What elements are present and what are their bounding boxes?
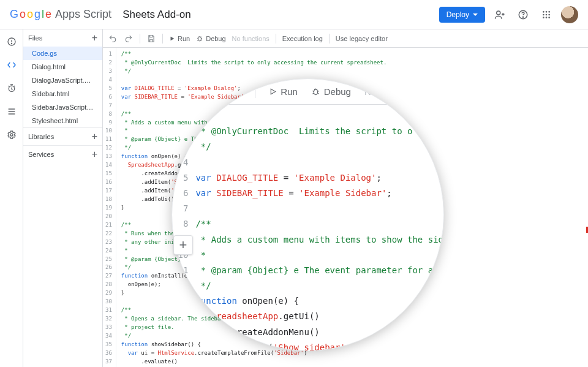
add-user-icon[interactable] (491, 6, 508, 23)
svg-point-16 (198, 37, 202, 41)
executions-icon[interactable] (4, 104, 19, 119)
file-item[interactable]: DialogJavaScript.html (23, 74, 102, 87)
logo-text: Apps Script (55, 8, 111, 21)
debug-button[interactable]: Debug (196, 35, 225, 42)
account-avatar[interactable] (561, 6, 578, 23)
svg-point-4 (546, 11, 548, 13)
svg-point-0 (497, 11, 500, 15)
file-explorer: Files + Code.gsDialog.htmlDialogJavaScri… (23, 29, 103, 367)
file-item[interactable]: Code.gs (23, 47, 102, 60)
project-title[interactable]: Sheets Add-on (123, 9, 191, 21)
floating-add-button[interactable]: + (173, 235, 193, 255)
libraries-section[interactable]: Libraries + (23, 127, 102, 145)
file-item[interactable]: Dialog.html (23, 60, 102, 74)
settings-rail-icon[interactable] (4, 127, 19, 142)
services-section[interactable]: Services + (23, 145, 102, 163)
run-button[interactable]: Run (169, 35, 190, 42)
file-item[interactable]: SidebarJavaScript.html (23, 100, 102, 114)
file-item[interactable]: Sidebar.html (23, 87, 102, 100)
services-label: Services (28, 151, 54, 158)
deploy-label: Deploy (447, 10, 469, 19)
left-rail (0, 29, 23, 367)
svg-point-11 (548, 17, 550, 18)
libraries-label: Libraries (28, 133, 54, 140)
help-icon[interactable] (514, 6, 532, 23)
save-icon[interactable] (146, 34, 156, 44)
deploy-button[interactable]: Deploy (439, 7, 485, 23)
svg-point-9 (543, 17, 545, 18)
apps-grid-icon[interactable] (538, 6, 555, 23)
files-header-label: Files (28, 34, 42, 42)
add-service-button[interactable]: + (92, 149, 97, 159)
svg-point-13 (11, 43, 12, 44)
redo-icon[interactable] (124, 34, 134, 44)
svg-point-2 (522, 17, 523, 17)
magnifier: Run Debug No fu 1 2 3 4 5 6 7 8 9 10 11 … (172, 78, 444, 351)
google-apps-script-logo: Google Apps Script (10, 8, 111, 21)
function-select[interactable]: No functions (232, 35, 270, 42)
files-header: Files + (23, 29, 102, 47)
svg-point-6 (543, 13, 545, 15)
add-library-button[interactable]: + (92, 132, 97, 142)
legacy-editor-button[interactable]: Use legacy editor (336, 35, 388, 42)
top-bar: Google Apps Script Sheets Add-on Deploy (0, 0, 588, 29)
svg-point-3 (543, 11, 545, 13)
editor-icon[interactable] (4, 58, 19, 72)
mag-run-button: Run (269, 86, 298, 97)
file-item[interactable]: Stylesheet.html (23, 114, 102, 127)
svg-point-17 (314, 89, 317, 95)
svg-point-15 (10, 134, 13, 136)
svg-point-8 (548, 13, 550, 15)
svg-point-10 (546, 17, 548, 18)
add-file-button[interactable]: + (92, 33, 97, 43)
svg-point-5 (548, 11, 550, 13)
triggers-icon[interactable] (4, 81, 19, 96)
overview-icon[interactable] (4, 34, 19, 49)
line-gutter: 1 2 3 4 5 6 7 8 9 10 11 12 13 14 15 16 1… (103, 48, 116, 367)
mag-debug-button: Debug (311, 86, 351, 97)
svg-point-7 (546, 13, 548, 15)
file-list: Code.gsDialog.htmlDialogJavaScript.htmlS… (23, 47, 102, 127)
execution-log-button[interactable]: Execution log (282, 35, 323, 42)
undo-icon[interactable] (108, 34, 118, 44)
editor-toolbar: Run Debug No functions Execution log Use… (103, 29, 588, 48)
